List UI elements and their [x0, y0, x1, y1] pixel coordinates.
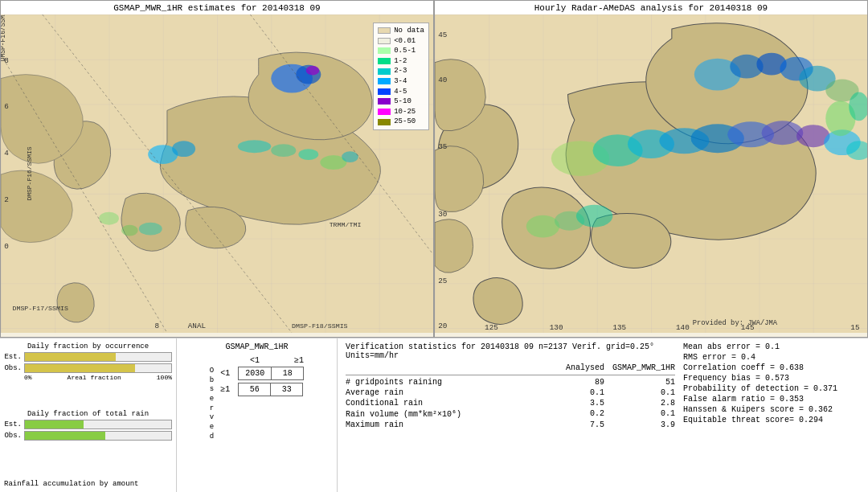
svg-text:4: 4 — [4, 149, 9, 158]
stat-line: Hanssen & Kuipers score = 0.362 — [683, 405, 860, 414]
svg-point-9 — [121, 225, 138, 236]
col-lt1-header: <1 — [233, 356, 277, 365]
rain-chart-title: Daily fraction of total rain — [4, 410, 172, 418]
verif-data-row: Rain volume (mm*km²×10⁶) 0.2 0.1 — [346, 409, 675, 419]
daily-fraction-occurrence-chart: Daily fraction by occurrence Est. Obs. — [4, 342, 172, 407]
est-rain-bar-row: Est. — [4, 420, 172, 429]
daily-fraction-rain-chart: Daily fraction of total rain Est. Obs. — [4, 410, 172, 474]
legend-nodata: No data — [378, 26, 424, 36]
legend-lt001: <0.01 — [378, 36, 424, 47]
svg-text:140: 140 — [676, 323, 690, 332]
obs-label: Obs. — [4, 364, 22, 372]
legend-10-25-label: 10-25 — [394, 107, 416, 117]
legend-5-10-color — [378, 98, 391, 105]
svg-point-3 — [238, 140, 271, 153]
verif-row-label: Rain volume (mm*km²×10⁶) — [346, 409, 558, 419]
obs-rain-bar-row: Obs. — [4, 431, 172, 441]
stats-right-container: Mean abs error = 0.1RMS error = 0.4Corre… — [683, 342, 860, 424]
verif-data-row: Maximum rain 7.5 3.9 — [346, 420, 675, 429]
verif-data-row: Average rain 0.1 0.1 — [346, 388, 675, 397]
legend-4-5-label: 4-5 — [394, 87, 407, 97]
stat-line: Frequency bias = 0.573 — [683, 374, 860, 383]
observed-label: Observed — [210, 367, 214, 442]
axis-0: 0% — [24, 374, 32, 381]
legend-3-4-label: 3-4 — [394, 76, 407, 87]
svg-text:135: 135 — [612, 323, 626, 332]
legend-10-25-color — [378, 109, 391, 115]
est-rain-bar-fill — [25, 420, 84, 428]
svg-point-5 — [298, 149, 318, 160]
verif-row-gsmap: 0.1 — [611, 388, 675, 397]
svg-text:DMSP-F16/SSMIS: DMSP-F16/SSMIS — [1, 14, 6, 61]
verif-data-row: # gridpoints raining 89 51 — [346, 378, 675, 387]
verif-row-analysed: 0.2 — [564, 409, 604, 419]
legend-10-25: 10-25 — [378, 107, 424, 117]
svg-text:TRMM/TMI: TRMM/TMI — [330, 221, 362, 228]
contingency-table-title: GSMAP_MWR_1HR — [181, 342, 333, 351]
legend-25-50: 25-50 — [378, 117, 424, 127]
left-map-svg: 8 6 4 2 0 8 ANAL DMSP-F16/SSMIS DMSP-F17… — [1, 14, 433, 333]
verif-header: Verification statistics for 20140318 09 … — [346, 342, 675, 360]
verif-row-gsmap: 0.1 — [611, 409, 675, 419]
contingency-row-2: 56 33 — [239, 383, 303, 396]
contingency-rows: <1 2030 18 ≥1 56 3 — [220, 367, 304, 396]
left-map-y-axis: DMSP-F16/SSMIS — [26, 146, 33, 200]
svg-text:ANAL: ANAL — [188, 322, 206, 330]
svg-text:125: 125 — [485, 323, 498, 332]
verif-row-gsmap: 3.9 — [611, 420, 675, 429]
contingency-table-section: GSMAP_MWR_1HR <1 ≥1 Observed <1 2030 — [177, 338, 338, 492]
est-rain-bar-container — [24, 420, 172, 429]
verification-stats-section: Verification statistics for 20140318 09 … — [338, 338, 868, 492]
legend-5-10: 5-10 — [378, 96, 424, 107]
verif-col-headers: Analysed GSMAP_MWR_1HR — [346, 363, 675, 372]
svg-text:6: 6 — [4, 103, 9, 112]
svg-text:25: 25 — [438, 277, 447, 285]
svg-text:2: 2 — [4, 195, 9, 204]
svg-text:40: 40 — [438, 76, 447, 84]
cell-c: 56 — [239, 383, 271, 396]
est-occurrence-bar-container — [24, 352, 172, 362]
legend-1-2: 1-2 — [378, 56, 424, 67]
verif-row-label: Average rain — [346, 388, 558, 397]
est-label: Est. — [4, 353, 22, 361]
left-map-panel: GSMAP_MWR_1HR estimates for 20140318 09 — [0, 0, 434, 338]
svg-text:0: 0 — [4, 242, 9, 251]
map-legend: No data <0.01 0.5-1 1-2 — [373, 23, 429, 130]
legend-05-1: 0.5-1 — [378, 46, 424, 56]
legend-1-2-color — [378, 58, 391, 64]
col-ge1-header: ≥1 — [277, 356, 321, 365]
verif-divider — [346, 375, 675, 375]
legend-lt001-label: <0.01 — [394, 36, 416, 47]
occurrence-axis: 0% Areal fraction 100% — [4, 374, 172, 381]
svg-text:35: 35 — [438, 142, 447, 151]
svg-text:15: 15 — [850, 323, 859, 332]
svg-point-10 — [139, 223, 162, 236]
top-row: GSMAP_MWR_1HR estimates for 20140318 09 — [0, 0, 868, 338]
svg-text:130: 130 — [550, 323, 563, 332]
verif-left: Verification statistics for 20140318 09 … — [346, 342, 675, 488]
svg-point-13 — [306, 66, 320, 76]
stat-line: Equitable threat score= 0.294 — [683, 416, 860, 424]
verif-row-analysed: 7.5 — [564, 420, 604, 429]
est-occurrence-bar-fill — [25, 353, 116, 361]
contingency-table-inner-2: 56 33 — [238, 383, 303, 396]
svg-text:20: 20 — [438, 322, 447, 330]
legend-25-50-color — [378, 119, 391, 125]
legend-05-1-label: 0.5-1 — [394, 46, 416, 56]
occurrence-bar-chart: Est. Obs. — [4, 352, 172, 373]
obs-rain-bar-container — [24, 431, 172, 441]
row-lt1: <1 2030 18 — [220, 367, 304, 380]
stat-line: False alarm ratio = 0.353 — [683, 395, 860, 404]
est-occurrence-bar-row: Est. — [4, 352, 172, 362]
rain-bar-chart: Est. Obs. — [4, 420, 172, 441]
legend-nodata-label: No data — [394, 26, 424, 36]
cell-d: 33 — [271, 383, 303, 396]
svg-point-7 — [342, 151, 358, 162]
svg-text:DMSP-F18/SSMIS: DMSP-F18/SSMIS — [292, 322, 348, 330]
legend-lt001-color — [378, 38, 391, 44]
verif-row-gsmap: 51 — [611, 378, 675, 387]
stat-line: Mean abs error = 0.1 — [683, 342, 860, 351]
svg-point-35 — [762, 121, 804, 145]
legend-3-4-color — [378, 78, 391, 84]
svg-text:DMSP-F17/SSMIS: DMSP-F17/SSMIS — [12, 305, 68, 312]
